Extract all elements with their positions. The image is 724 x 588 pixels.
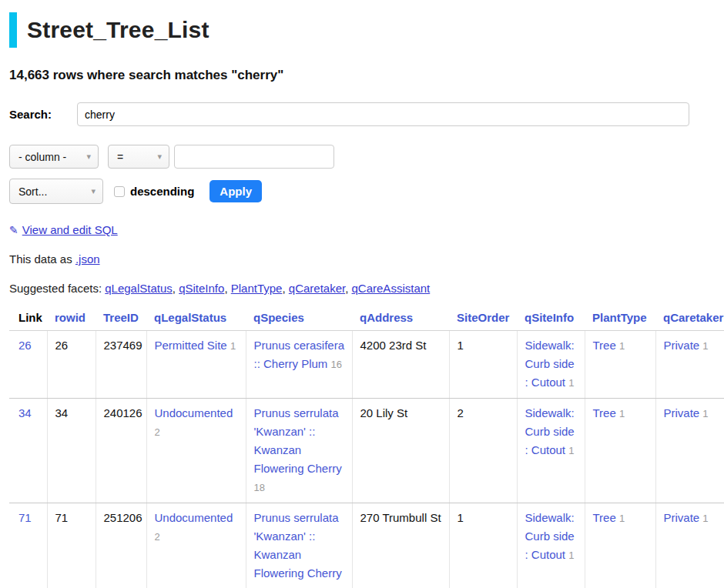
facet-link-qcaretaker[interactable]: qCaretaker [289,282,345,295]
column-header-link: Link [9,309,47,331]
column-select-value: - column - [18,151,66,163]
facet-count: 1 [702,513,708,524]
sort-link-qlegalstatus[interactable]: qLegalStatus [154,311,226,324]
chevron-down-icon: ▾ [91,186,96,196]
facet-value-link[interactable]: Sidewalk: Curb side : Cutout [525,406,575,456]
facets-prefix: Suggested facets: [9,282,105,295]
cell-qspecies: Prunus serrulata 'Kwanzan' :: Kwanzan Fl… [246,503,352,588]
cell-qcaretaker: Private 1 [655,399,724,503]
column-header-treeid: TreeID [96,309,146,331]
sort-row: Sort... ▾ descending Apply [9,179,724,204]
facet-value-link[interactable]: Undocumented [155,406,233,419]
cell-planttype: Tree 1 [585,331,655,399]
facet-count: 16 [331,359,342,370]
sort-link-qcaretaker[interactable]: qCaretaker [663,311,723,324]
column-header-siteorder: SiteOrder [449,309,517,331]
json-link[interactable]: .json [75,252,100,266]
facet-count: 1 [619,408,625,419]
column-header-rowid: rowid [47,309,96,331]
sort-link-planttype[interactable]: PlantType [592,311,647,324]
column-select[interactable]: - column - ▾ [9,145,99,169]
sort-link-qaddress[interactable]: qAddress [360,311,413,324]
table-row: 34 34 240126 Undocumented 2 Prunus serru… [9,399,724,503]
facet-value-link[interactable]: Tree [593,511,616,524]
cell-siteorder: 2 [449,399,517,503]
cell-qsiteinfo: Sidewalk: Curb side : Cutout 1 [517,331,585,399]
cell-qcaretaker: Private 1 [655,331,724,399]
descending-label: descending [130,185,194,198]
facet-value-link[interactable]: Sidewalk: Curb side : Cutout [525,511,575,561]
facet-value-link[interactable]: Prunus serrulata 'Kwanzan' :: Kwanzan Fl… [254,406,342,475]
cell-treeid: 251206 [96,503,146,588]
cell-treeid: 240126 [96,399,146,503]
cell-qspecies: Prunus serrulata 'Kwanzan' :: Kwanzan Fl… [246,399,352,503]
cell-qaddress: 20 Lily St [352,399,449,503]
filter-value-input[interactable] [174,145,334,169]
cell-qaddress: 270 Trumbull St [352,503,449,588]
facet-count: 2 [155,426,160,438]
facet-value-link[interactable]: Prunus serrulata 'Kwanzan' :: Kwanzan Fl… [254,511,342,580]
sort-link-siteorder[interactable]: SiteOrder [457,311,509,324]
data-as-prefix: This data as [9,252,75,266]
facet-count: 1 [702,340,708,352]
cell-link: 26 [9,331,47,399]
descending-checkbox[interactable] [114,186,125,197]
facet-value-link[interactable]: Permitted Site [155,339,227,352]
cell-rowid: 34 [47,399,96,503]
operator-select-value: = [117,151,123,163]
cell-qsiteinfo: Sidewalk: Curb side : Cutout 1 [517,503,585,588]
sort-link-qsiteinfo[interactable]: qSiteInfo [525,311,574,324]
facet-count: 1 [568,550,574,561]
cell-rowid: 26 [47,331,96,399]
search-label: Search: [9,108,77,121]
cell-rowid: 71 [47,503,96,588]
sort-link-qspecies[interactable]: qSpecies [253,311,304,324]
operator-select[interactable]: = ▾ [108,145,169,169]
column-header-qcaretaker: qCaretaker [655,309,724,331]
cell-planttype: Tree 1 [585,503,655,588]
facet-count: 1 [568,377,574,389]
row-link[interactable]: 26 [18,339,32,352]
cell-qaddress: 4200 23rd St [352,331,449,399]
facet-value-link[interactable]: Tree [593,406,616,419]
cell-qsiteinfo: Sidewalk: Curb side : Cutout 1 [517,399,585,503]
facet-link-planttype[interactable]: PlantType [231,282,283,295]
facet-count: 18 [254,482,265,493]
facet-value-link[interactable]: Private [664,511,700,524]
apply-button[interactable]: Apply [209,180,262,202]
row-link[interactable]: 71 [18,511,32,524]
facet-value-link[interactable]: Sidewalk: Curb side : Cutout [525,339,575,389]
facet-value-link[interactable]: Private [664,339,700,352]
cell-qlegalstatus: Undocumented 2 [146,399,246,503]
facet-link-qsiteinfo[interactable]: qSiteInfo [179,282,224,295]
facet-value-link[interactable]: Undocumented [155,511,233,524]
column-header-qlegalstatus: qLegalStatus [146,309,246,331]
cell-link: 71 [9,503,47,588]
data-as-line: This data as .json [9,252,724,266]
suggested-facets-line: Suggested facets: qLegalStatus, qSiteInf… [9,282,724,295]
facet-link-qlegalstatus[interactable]: qLegalStatus [105,282,173,295]
view-edit-sql-link[interactable]: View and edit SQL [22,223,118,236]
cell-qlegalstatus: Undocumented 2 [146,503,246,588]
sort-link-treeid[interactable]: TreeID [103,311,139,324]
edit-sql-line: ✎View and edit SQL [9,223,724,236]
cell-siteorder: 1 [449,503,517,588]
column-header-qaddress: qAddress [352,309,449,331]
pencil-icon: ✎ [9,224,18,236]
cell-planttype: Tree 1 [585,399,655,503]
sort-link-rowid[interactable]: rowid [55,311,85,324]
facet-link-qcareassistant[interactable]: qCareAssistant [352,282,431,295]
facet-count: 2 [155,531,160,543]
facet-value-link[interactable]: Private [664,406,700,419]
cell-qlegalstatus: Permitted Site 1 [146,331,246,399]
chevron-down-icon: ▾ [86,152,91,162]
search-input[interactable] [77,102,689,126]
sort-select[interactable]: Sort... ▾ [9,179,103,204]
accent-bar [9,12,17,48]
row-link[interactable]: 34 [18,406,32,419]
facet-value-link[interactable]: Tree [593,339,616,352]
cell-link: 34 [9,399,47,503]
column-header-qspecies: qSpecies [246,309,352,331]
row-count-summary: 14,663 rows where search matches "cherry… [9,68,724,83]
column-header-planttype: PlantType [585,309,655,331]
